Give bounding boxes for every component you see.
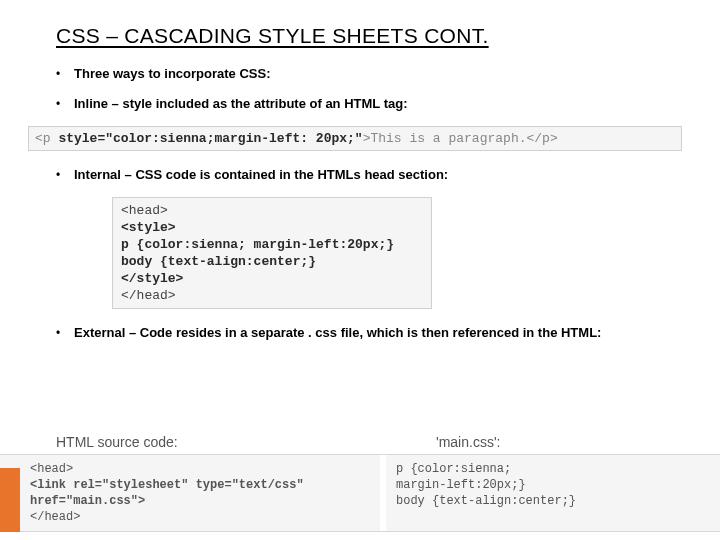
code-line: body {text-align:center;} [121,253,423,270]
code-external-css: p {color:sienna; margin-left:20px;} body… [380,455,720,531]
bullet-internal-text: Internal – CSS code is contained in the … [74,167,676,183]
code-line: <head> [30,462,73,476]
bullet-intro: • Three ways to incorporate CSS: [56,66,676,82]
code-line: </head> [121,287,423,304]
bullet-external-rest: – Code resides in a separate . css file,… [125,325,601,340]
code-inline: <p style="color:sienna;margin-left: 20px… [28,126,682,151]
ext-label-right: 'main.css': [436,434,672,450]
bullet-inline-text: Inline – style included as the attribute… [74,96,676,112]
code-line: p {color:sienna; margin-left:20px;} [121,236,423,253]
external-labels: HTML source code: 'main.css': [0,434,720,454]
bullet-external-text: External – Code resides in a separate . … [74,325,676,341]
bullet-inline: • Inline – style included as the attribu… [56,96,676,112]
external-section: HTML source code: 'main.css': <head> <li… [0,434,720,532]
bullet-inline-rest: – style included as the attribute of an … [108,96,408,111]
bullet-dot: • [56,167,74,183]
code-line: </style> [121,270,423,287]
bullet-internal: • Internal – CSS code is contained in th… [56,167,676,183]
code-inline-attr: style="color:sienna;margin-left: 20px;" [58,131,362,146]
bullet-dot: • [56,66,74,82]
code-external-html: <head> <link rel="stylesheet" type="text… [0,455,380,531]
bullet-internal-rest: – CSS code is contained in the HTMLs hea… [121,167,448,182]
bullet-external: • External – Code resides in a separate … [56,325,676,341]
code-line: <head> [121,202,423,219]
bullet-dot: • [56,325,74,341]
code-internal: <head> <style> p {color:sienna; margin-l… [112,197,432,309]
external-codes: <head> <link rel="stylesheet" type="text… [0,454,720,532]
accent-bar [0,468,20,532]
code-line: body {text-align:center;} [396,494,576,508]
code-line: p {color:sienna; [396,462,511,476]
code-line: href="main.css"> [30,494,145,508]
code-line: <style> [121,219,423,236]
bullet-external-label: External [74,325,125,340]
code-inline-open: <p [35,131,58,146]
code-inline-close: >This is a paragraph.</p> [363,131,558,146]
code-line: </head> [30,510,80,524]
bullet-dot: • [56,96,74,112]
code-line: margin-left:20px;} [396,478,526,492]
code-line: <link rel="stylesheet" type="text/css" [30,478,304,492]
bullet-intro-text: Three ways to incorporate CSS: [74,66,676,82]
bullet-inline-label: Inline [74,96,108,111]
bullet-internal-label: Internal [74,167,121,182]
slide-title: CSS – CASCADING STYLE SHEETS CONT. [56,24,676,48]
ext-label-left: HTML source code: [56,434,436,450]
